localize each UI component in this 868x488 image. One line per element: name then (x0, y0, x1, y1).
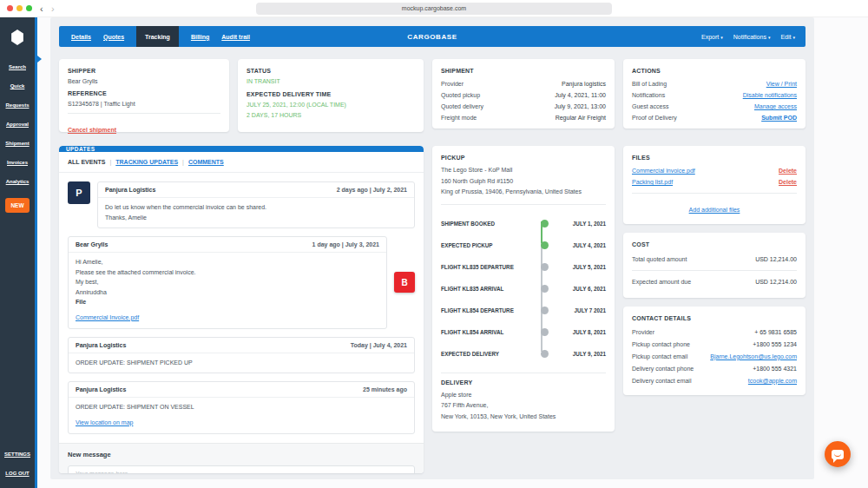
updates-header: UPDATES (59, 146, 424, 152)
file-link[interactable]: Commercial invoice.pdf (632, 168, 695, 174)
manage-access-link[interactable]: Manage access (754, 103, 797, 109)
contact-value: +1800 555 4321 (753, 366, 797, 372)
shipment-row: Quoted delivery July 9, 2021, 13:00 (441, 101, 606, 112)
address-bar[interactable]: mockup.cargobase.com (256, 3, 612, 15)
shipper-name: Bear Grylls (68, 78, 220, 84)
delete-file-link[interactable]: Delete (779, 179, 797, 185)
filter-tracking-updates[interactable]: TRACKING UPDATES (115, 159, 178, 165)
avatar: P (68, 181, 90, 204)
delete-file-link[interactable]: Delete (779, 168, 797, 174)
cost-row: Total quoted amount USD 12,214.00 (632, 252, 797, 267)
sidebar-item-invoices[interactable]: Invoices (7, 153, 28, 172)
back-icon[interactable]: ‹ (40, 1, 43, 16)
action-label: Bill of Lading (632, 81, 667, 87)
timeline-dot (541, 263, 549, 271)
disable-notifications-link[interactable]: Disable notifications (743, 92, 797, 98)
status-value: IN TRANSIT (247, 78, 415, 84)
message-line: My best, (76, 277, 379, 287)
shipment-row-value: Regular Air Freight (556, 115, 606, 121)
minimize-window-icon[interactable] (16, 5, 23, 11)
forward-icon[interactable]: › (51, 1, 55, 16)
message-line: Hi Amelie, (76, 257, 379, 267)
cost-label: Total quoted amount (632, 256, 687, 262)
message-line: Thanks, Amelie (105, 213, 407, 223)
contact-row: Pickup contact email Bjarne.Legohtson@us… (632, 350, 797, 362)
timeline-step: EXPECTED PICKUP JULY 4, 2021 (441, 234, 606, 256)
contact-value: + 65 9831 6585 (754, 329, 797, 335)
tab-audit-trail[interactable]: Audit trail (221, 34, 250, 40)
timeline-dot (541, 285, 549, 293)
shipment-title: SHIPMENT (441, 68, 606, 74)
sidebar-item-requests[interactable]: Requests (5, 96, 29, 115)
timeline-dot (541, 350, 549, 358)
message-item: Bear Grylls 1 day ago | July 3, 2021 Hi … (68, 236, 415, 329)
chat-widget-button[interactable] (825, 441, 851, 467)
edit-menu[interactable]: Edit (780, 34, 795, 40)
delivery-email-link[interactable]: tcook@apple.com (748, 378, 797, 384)
sidebar-item-search[interactable]: Search (9, 57, 26, 76)
cost-label: Expected amount due (632, 279, 691, 285)
maximize-window-icon[interactable] (26, 5, 32, 11)
sidebar-item-quick[interactable]: Quick (10, 76, 25, 96)
pickup-email-link[interactable]: Bjarne.Legohtson@us.lego.com (710, 353, 797, 359)
brand-title: CARGOBASE (407, 33, 457, 41)
submit-pod-link[interactable]: Submit POD (761, 115, 797, 121)
sidebar-item-logout[interactable]: LOG OUT (5, 464, 29, 483)
message-author: Panjura Logistics (105, 187, 155, 193)
timeline-step: FLIGHT KL854 DEPARTURE JULY 7 2021 (441, 300, 606, 321)
sidebar-item-analytics[interactable]: Analytics (6, 172, 30, 191)
message-item: P Panjura Logistics 2 days ago | July 2,… (68, 181, 415, 228)
contact-label: Delivery contact phone (632, 366, 694, 372)
filter-comments[interactable]: COMMENTS (188, 159, 224, 165)
message-timestamp: 1 day ago | July 3, 2021 (312, 241, 379, 247)
message-input[interactable] (68, 465, 415, 473)
contact-row: Provider + 65 9831 6585 (632, 326, 797, 338)
message-timestamp: 25 minutes ago (363, 386, 407, 392)
main-area: Details Quotes Tracking Billing Audit tr… (37, 17, 868, 488)
updates-panel: UPDATES ALL EVENTS | TRACKING UPDATES | … (59, 146, 424, 473)
contact-row: Pickup contact phone +1800 555 1234 (632, 338, 797, 350)
view-location-link[interactable]: View location on map (76, 419, 133, 425)
status-title: STATUS (247, 68, 415, 74)
shipment-card: SHIPMENT Provider Panjura logistics Quot… (432, 59, 615, 129)
timeline-step: EXPECTED DELIVERY JULY 9, 2021 (441, 343, 606, 365)
filter-all-events[interactable]: ALL EVENTS (68, 159, 105, 165)
close-window-icon[interactable] (7, 5, 13, 11)
cancel-shipment-link[interactable]: Cancel shipment (68, 127, 116, 133)
contact-details-card: CONTACT DETAILS Provider + 65 9831 6585 … (623, 307, 806, 395)
sidebar-item-settings[interactable]: SETTINGS (4, 445, 30, 464)
sidebar-active-pointer (37, 56, 42, 63)
new-shipment-button[interactable]: NEW (5, 198, 29, 213)
tab-billing[interactable]: Billing (191, 34, 209, 40)
shipment-row-label: Provider (441, 81, 464, 87)
sidebar-item-shipment[interactable]: Shipment (5, 134, 29, 153)
cargobase-logo-icon (10, 30, 24, 45)
notifications-menu[interactable]: Notifications (733, 34, 771, 40)
contact-row: Delivery contact email tcook@apple.com (632, 374, 797, 386)
content-wrapper: Details Quotes Tracking Billing Audit tr… (50, 17, 814, 479)
file-link[interactable]: Packing list.pdf (632, 179, 673, 185)
shipment-row: Freight mode Regular Air Freight (441, 112, 606, 123)
shipment-row-value: July 9, 2021, 13:00 (555, 103, 606, 109)
export-menu[interactable]: Export (701, 34, 723, 40)
sidebar-item-approval[interactable]: Approval (6, 115, 29, 134)
tab-quotes[interactable]: Quotes (103, 34, 124, 40)
view-print-link[interactable]: View / Print (766, 81, 797, 87)
message-line: ORDER UPDATE: SHIPMENT ON VESSEL (76, 402, 407, 412)
shipment-row: Quoted pickup July 4, 2021, 11:00 (441, 89, 606, 101)
attachment-link[interactable]: Commercial Invoice.pdf (76, 314, 139, 320)
cost-card: COST Total quoted amount USD 12,214.00 E… (623, 233, 806, 298)
contact-label: Pickup contact phone (632, 341, 690, 347)
delivery-address-line: 767 Fifth Avenue, (441, 400, 606, 412)
add-files-link[interactable]: Add additional files (689, 207, 740, 213)
pickup-title: PICKUP (441, 155, 606, 161)
files-card: FILES Commercial invoice.pdf Delete Pack… (623, 146, 806, 224)
message-line: ORDER UPDATE: SHIPMENT PICKED UP (76, 358, 407, 368)
tab-details[interactable]: Details (71, 34, 91, 40)
actions-card: ACTIONS Bill of Lading View / Print Noti… (623, 59, 806, 129)
action-row: Notifications Disable notifications (632, 89, 797, 101)
new-message-section: New message (59, 443, 424, 473)
new-message-label: New message (68, 451, 415, 458)
tab-tracking[interactable]: Tracking (136, 26, 179, 47)
timeline-dot-done (541, 220, 549, 228)
